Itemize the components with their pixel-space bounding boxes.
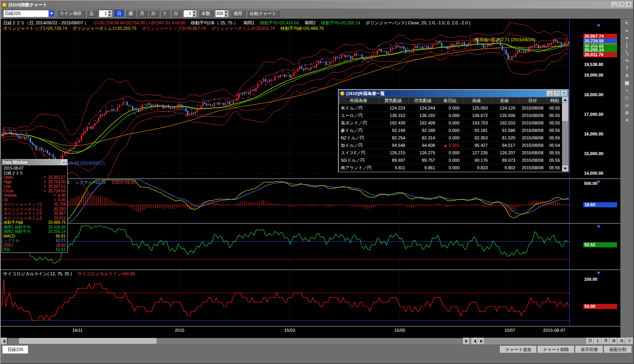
- scroll-right-icon[interactable]: [463, 338, 469, 344]
- scroll-mode-button-L[interactable]: L: [594, 338, 602, 344]
- forex-column-header[interactable]: 売気配値: [408, 97, 438, 104]
- status-button[interactable]: 表示切替: [575, 346, 603, 353]
- status-button[interactable]: チャート追加: [500, 346, 537, 353]
- forex-row[interactable]: SGドル／円89.69789.7570.00090.17689.6732015/…: [339, 157, 562, 164]
- data-window-close-button[interactable]: ×: [61, 160, 66, 165]
- minute-stepper[interactable]: 1: [183, 10, 197, 17]
- cursor-icon[interactable]: ↖: [622, 20, 632, 27]
- forex-cell: 05:55: [547, 119, 562, 126]
- forex-scrollbar-thumb[interactable]: [562, 103, 568, 121]
- circle-icon[interactable]: ○: [622, 87, 632, 94]
- zoom-in-button[interactable]: ⊕: [610, 338, 617, 344]
- forex-close-button[interactable]: ×: [561, 91, 567, 96]
- grid-icon[interactable]: ▦: [622, 80, 632, 86]
- scroll-left-icon[interactable]: [1, 338, 7, 344]
- no-draw-icon[interactable]: ⊘: [622, 110, 632, 116]
- tick-button[interactable]: T: [160, 10, 169, 17]
- forex-titlebar[interactable]: [1610]外国為替一覧 _ □ ×: [339, 90, 568, 97]
- forex-row[interactable]: NZドル／円82.25482.3140.00082.35381.5202015/…: [339, 134, 562, 142]
- forex-row[interactable]: 南アランド／円9.8119.8610.0009.8339.8022015/08/…: [339, 164, 562, 172]
- forex-window[interactable]: [1610]外国為替一覧 _ □ × 外国為替買気配値売気配値前日比高値安値日付…: [338, 89, 569, 172]
- rect-icon[interactable]: □: [622, 95, 632, 101]
- forex-scroll-up-icon[interactable]: [562, 97, 568, 103]
- period-button-日[interactable]: 日: [114, 10, 125, 17]
- forex-column-header[interactable]: 日付: [518, 97, 547, 104]
- dropdown-arrow-icon[interactable]: [48, 10, 55, 17]
- minute-button[interactable]: 分: [171, 10, 182, 17]
- spin-down-icon[interactable]: [192, 14, 197, 17]
- svg-text:+: +: [350, 60, 352, 64]
- forex-row[interactable]: 米ドル／円124.224124.2440.000125.050124.12620…: [339, 104, 562, 112]
- period-button-分[interactable]: 分: [148, 10, 159, 17]
- forex-minimize-button[interactable]: _: [547, 91, 553, 96]
- data-window-row: Volume= 0.00: [4, 193, 66, 198]
- spin-up-icon[interactable]: [192, 10, 197, 14]
- text-icon[interactable]: Ｔ: [622, 65, 632, 71]
- forex-row[interactable]: 英ポンド／円192.439192.4990.000193.703192.0332…: [339, 119, 562, 127]
- compare-chart-button[interactable]: 比較チャート: [247, 10, 279, 17]
- forex-column-header[interactable]: 前日比: [438, 97, 462, 104]
- horizontal-scrollbar[interactable]: DLR ⊕ ⊖ ×: [1, 338, 633, 344]
- diamond-icon[interactable]: ◇: [622, 102, 632, 109]
- forex-row[interactable]: 加ドル／円94.54894.608▲ 0.00195.42794.5172015…: [339, 142, 562, 149]
- maximize-button[interactable]: □: [619, 2, 625, 7]
- forex-scroll-down-icon[interactable]: [562, 166, 568, 172]
- period-button-週[interactable]: 週: [125, 10, 136, 17]
- forex-scrollbar[interactable]: [562, 97, 568, 172]
- spin-up-icon[interactable]: [108, 10, 112, 14]
- chart-canvas[interactable]: ++++++++++++++++++++++++++++++++++++++++…: [1, 19, 620, 338]
- svg-text:+: +: [310, 62, 312, 66]
- forex-column-header[interactable]: 安値: [491, 97, 518, 104]
- close-button[interactable]: ×: [626, 2, 632, 7]
- forex-column-header[interactable]: 外国為替: [339, 97, 378, 104]
- status-button[interactable]: 画面分割: [604, 346, 632, 353]
- data-window-titlebar[interactable]: Data Window ×: [2, 159, 67, 165]
- scrollbar-track[interactable]: [7, 338, 463, 344]
- forex-row[interactable]: スイスF／円126.215126.2750.000127.235126.2072…: [339, 149, 562, 157]
- interval-stepper[interactable]: 1: [99, 10, 112, 17]
- panel-scroll-down-icon[interactable]: [597, 24, 601, 27]
- page-left-icon[interactable]: [472, 338, 478, 344]
- close-chart-button[interactable]: ×: [626, 338, 633, 344]
- apply-button[interactable]: 適用: [230, 10, 245, 17]
- svg-text:+: +: [281, 70, 283, 73]
- chart-region[interactable]: ++++++++++++++++++++++++++++++++++++++++…: [1, 19, 620, 338]
- spin-up-icon[interactable]: [224, 10, 228, 14]
- scroll-mode-button-D[interactable]: D: [586, 338, 594, 344]
- forex-column-header[interactable]: 高値: [462, 97, 491, 104]
- scroll-mode-button-R[interactable]: R: [602, 338, 610, 344]
- titlebar[interactable]: [5110]指数チャート _ □ ×: [1, 1, 633, 9]
- spin-down-icon[interactable]: [108, 14, 112, 17]
- page-right-icon[interactable]: [478, 338, 484, 344]
- forex-cell: 136.152: [378, 112, 408, 119]
- symbol-select[interactable]: 日経225: [3, 10, 55, 17]
- forex-row[interactable]: ユーロ／円136.152136.1920.000136.672135.59620…: [339, 112, 562, 119]
- trendline-icon[interactable]: ╲: [622, 50, 632, 57]
- forex-maximize-button[interactable]: □: [554, 91, 560, 96]
- bar-type-label[interactable]: 足: [86, 10, 97, 17]
- save-lines-button[interactable]: ライン保存: [57, 10, 85, 17]
- symbol-tab[interactable]: 日経225: [2, 346, 28, 354]
- bars-stepper[interactable]: 300: [215, 10, 229, 17]
- panel-scroll-down-icon[interactable]: [597, 272, 601, 274]
- minimize-button[interactable]: _: [612, 2, 618, 7]
- forex-column-header[interactable]: 時刻: [547, 97, 562, 104]
- target-icon[interactable]: ⌖: [622, 35, 632, 42]
- scrollbar-thumb[interactable]: [19, 338, 157, 344]
- panel-scroll-down-icon[interactable]: [597, 225, 601, 228]
- annotation-icon[interactable]: Ａ: [622, 72, 632, 79]
- zoom-out-button[interactable]: ⊖: [618, 338, 625, 344]
- crosshair-icon[interactable]: ＋: [622, 27, 632, 34]
- menu-icon[interactable]: ≡: [622, 117, 632, 124]
- forex-column-header[interactable]: 買気配値: [378, 97, 408, 104]
- wave-icon[interactable]: ∿: [622, 57, 632, 64]
- data-window[interactable]: Data Window × 2015-08-07日経２２５Open= 20,60…: [2, 159, 68, 253]
- vertical-line-icon[interactable]: │: [622, 42, 632, 49]
- spin-down-icon[interactable]: [224, 14, 228, 17]
- header-span: ボリンジャーボトム2=20,011.78: [211, 26, 275, 31]
- period-button-月[interactable]: 月: [137, 10, 147, 17]
- forex-row[interactable]: 豪ドル／円92.14992.1890.00092.18191.5862015/0…: [339, 127, 562, 134]
- header-span: サイコロジカルライン=50.00: [77, 271, 135, 276]
- status-button[interactable]: チャート削除: [538, 346, 574, 353]
- panel-scroll-down-icon[interactable]: [597, 181, 601, 183]
